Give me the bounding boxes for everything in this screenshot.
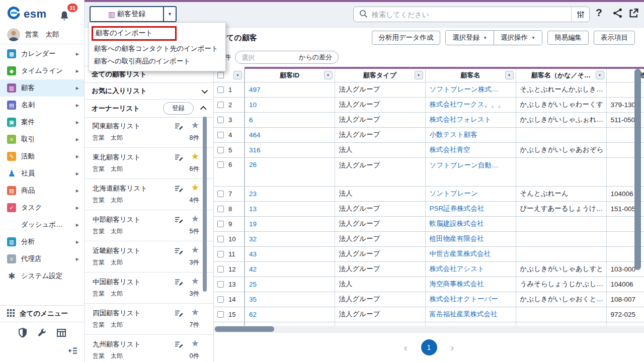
sidebar-item-9[interactable]: ✓タスク▶ — [0, 199, 84, 216]
list-item-3[interactable]: 中部顧客リスト★営業 太郎5件 — [85, 210, 213, 241]
sidebar-item-13[interactable]: ✱システム設定▶ — [0, 267, 84, 285]
list-scrollbar-thumb[interactable] — [203, 117, 207, 292]
help-icon[interactable]: ? — [596, 7, 602, 19]
toolbar-button-1[interactable]: 選択登録▼ — [446, 31, 494, 45]
sidebar-item-1[interactable]: ◆タイムライン▶ — [0, 62, 84, 79]
row-checkbox[interactable] — [217, 236, 224, 242]
list-item-1[interactable]: 東北顧客リスト★営業 太郎6件 — [85, 148, 213, 179]
customer-name-link[interactable]: 株式会社アシスト — [430, 265, 485, 273]
customer-name-link[interactable]: ソントブレーン — [430, 190, 478, 197]
diff-select-input[interactable] — [242, 54, 287, 61]
edit-list-icon[interactable] — [175, 341, 183, 350]
import-menu-item-2[interactable]: 顧客への取引商品のインポート — [89, 55, 225, 67]
customer-name-link[interactable]: ソフトブレーン株式… — [430, 85, 499, 93]
column-menu-icon[interactable]: ▼ — [233, 71, 242, 79]
diff-select-control[interactable]: からの差分 — [235, 51, 339, 64]
column-menu-icon[interactable]: ▼ — [415, 71, 423, 79]
edit-list-icon[interactable] — [175, 247, 183, 257]
customer-name-link[interactable]: ソフトブレーン自動… — [430, 161, 499, 169]
favorite-star-icon[interactable]: ★ — [191, 307, 199, 318]
customer-name-link[interactable]: 株式会社フォレスト — [430, 116, 492, 123]
customer-name-link[interactable]: 植田物産有限会社 — [430, 235, 484, 242]
row-checkbox[interactable] — [217, 147, 224, 153]
grid-table-icon[interactable] — [57, 329, 66, 339]
edit-list-icon[interactable] — [175, 123, 183, 132]
row-checkbox[interactable] — [217, 281, 224, 288]
customer-name-link[interactable]: 株式会社オクトーバー — [430, 295, 498, 303]
toolbar-button-0[interactable]: 分析用データ作成 — [372, 31, 441, 45]
column-menu-icon[interactable]: ▼ — [324, 71, 333, 79]
sidebar-item-10[interactable]: ダッシュボ…▶ — [0, 216, 84, 233]
import-menu-item-0[interactable]: 顧客のインポート — [89, 24, 225, 42]
edit-list-icon[interactable] — [175, 185, 183, 195]
customer-name-link[interactable]: 株式会社青空 — [430, 146, 470, 153]
row-checkbox[interactable] — [217, 206, 224, 212]
user-row[interactable]: 営業 太郎 — [0, 25, 84, 44]
next-page-icon[interactable]: › — [451, 342, 454, 352]
favorite-star-icon[interactable]: ★ — [191, 120, 199, 131]
customer-id-link[interactable]: 42 — [249, 265, 257, 273]
list-item-7[interactable]: 九州顧客リスト★営業 太郎0件 — [85, 335, 213, 362]
row-checkbox[interactable] — [217, 296, 224, 303]
favorite-star-icon[interactable]: ★ — [191, 338, 199, 349]
import-menu-item-1[interactable]: 顧客への顧客コンタクト先のインポート — [89, 42, 225, 55]
sidebar-item-5[interactable]: ≡取引▶ — [0, 131, 84, 148]
row-checkbox[interactable] — [217, 311, 224, 318]
customer-id-link[interactable]: 62 — [249, 311, 257, 318]
favorite-star-icon[interactable]: ★ — [191, 182, 199, 193]
horizontal-scrollbar-thumb[interactable] — [215, 326, 274, 332]
vertical-scrollbar-thumb[interactable] — [634, 69, 641, 270]
customer-id-link[interactable]: 35 — [249, 296, 257, 303]
edit-list-icon[interactable] — [175, 310, 183, 319]
favorite-star-icon[interactable]: ★ — [191, 276, 199, 287]
list-item-6[interactable]: 四国顧客リスト★営業 太郎7件 — [85, 304, 213, 335]
favorite-star-icon[interactable]: ★ — [191, 151, 199, 162]
share-icon[interactable] — [612, 8, 623, 21]
sidebar-item-8[interactable]: ▧商品▶ — [0, 182, 84, 199]
customer-name-link[interactable]: 株式会社ワークス。。。 — [430, 101, 505, 108]
row-checkbox[interactable] — [217, 251, 224, 257]
customer-name-link[interactable]: 小数テスト顧客 — [430, 131, 477, 138]
customer-id-link[interactable]: 316 — [249, 146, 261, 154]
sidebar-item-0[interactable]: ▦カレンダー▶ — [0, 45, 84, 62]
row-checkbox[interactable] — [217, 221, 224, 227]
customer-id-link[interactable]: 6 — [249, 116, 253, 124]
search-input[interactable] — [372, 11, 571, 19]
customer-id-link[interactable]: 26 — [249, 161, 257, 168]
sidebar-item-6[interactable]: ✎活動▶ — [0, 148, 84, 165]
customer-id-link[interactable]: 23 — [249, 190, 257, 198]
edit-list-icon[interactable] — [175, 216, 183, 226]
sidebar-item-all-menu[interactable]: 全てのメニュー — [0, 305, 84, 322]
row-checkbox[interactable] — [217, 102, 224, 108]
toolbar-button-2[interactable]: 選択操作▼ — [494, 31, 542, 45]
list-item-5[interactable]: 中国顧客リスト★営業 太郎3件 — [85, 273, 213, 304]
sidebar-item-4[interactable]: ▣案件▶ — [0, 114, 84, 131]
customer-id-link[interactable]: 497 — [249, 86, 261, 94]
register-list-button[interactable]: 登録 — [163, 102, 194, 115]
tune-icon[interactable] — [571, 7, 589, 22]
customer-register-button[interactable]: ▥ 顧客登録 ▼ — [90, 6, 177, 22]
column-menu-icon[interactable]: ▼ — [505, 71, 514, 79]
select-all-checkbox[interactable] — [217, 72, 224, 78]
sidebar-item-12[interactable]: ≡代理店▶ — [0, 250, 84, 267]
customer-name-link[interactable]: 海空商事株式会社 — [430, 280, 484, 288]
register-dropdown-arrow[interactable]: ▼ — [163, 7, 176, 21]
row-checkbox[interactable] — [217, 132, 224, 138]
customer-name-link[interactable]: 軟脳建設株式会社 — [430, 220, 484, 227]
sidebar-item-11[interactable]: ▥分析▶ — [0, 233, 84, 250]
row-checkbox[interactable] — [217, 191, 224, 197]
owner-lists-row[interactable]: オーナーリスト 登録 — [85, 100, 213, 118]
sidebar-item-3[interactable]: ▤名刺▶ — [0, 97, 84, 114]
prev-page-icon[interactable]: ‹ — [404, 342, 408, 352]
row-checkbox[interactable] — [217, 161, 224, 168]
edit-list-icon[interactable] — [175, 279, 183, 288]
list-item-4[interactable]: 近畿顧客リスト★営業 太郎3件 — [85, 241, 213, 273]
wrench-icon[interactable] — [37, 328, 47, 340]
customer-id-link[interactable]: 10 — [249, 101, 257, 109]
favorite-star-icon[interactable]: ★ — [191, 244, 199, 255]
customer-name-link[interactable]: PSR証券株式会社 — [430, 205, 485, 212]
edit-list-icon[interactable] — [175, 154, 183, 163]
customer-id-link[interactable]: 25 — [249, 281, 257, 288]
open-in-new-icon[interactable] — [628, 8, 639, 21]
shield-icon[interactable] — [18, 328, 27, 340]
